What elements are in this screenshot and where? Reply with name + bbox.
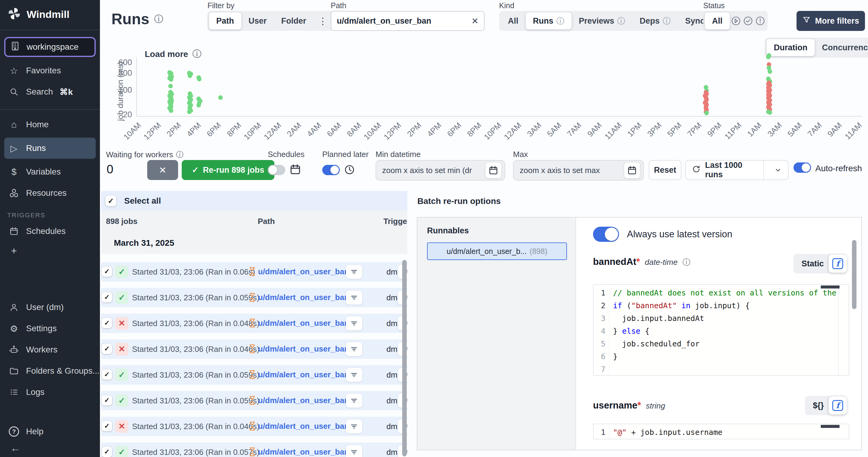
scatter-plot[interactable]	[136, 57, 862, 117]
expression-mode-button[interactable]: f	[829, 396, 847, 415]
sidebar-item-user[interactable]: User (dm)	[0, 297, 100, 318]
max-datetime-input[interactable]	[520, 166, 624, 175]
scatter-point[interactable]	[196, 103, 201, 107]
scatter-point[interactable]	[768, 69, 772, 74]
rerun-jobs-button[interactable]: ✓ Re-run 898 jobs	[182, 160, 274, 180]
run-path-link[interactable]: u/dm/alert_on_user_ban	[258, 447, 349, 457]
table-row[interactable]: ✓✓Started 31/03, 23:06 (Ran in 0.06s)u/d…	[101, 262, 407, 282]
status-failure-icon[interactable]	[754, 15, 766, 27]
run-path-link[interactable]: u/dm/alert_on_user_ban	[258, 370, 349, 379]
sidebar-item-schedules[interactable]: Schedules	[0, 221, 100, 242]
kebab-menu-icon[interactable]: ⋮	[313, 16, 332, 26]
sidebar-item-search[interactable]: Search ⌘k	[0, 81, 100, 103]
run-path-link[interactable]: u/dm/alert_on_user_ban	[258, 344, 349, 354]
status-success-icon[interactable]	[742, 15, 754, 27]
sidebar-item-favorites[interactable]: ☆ Favorites	[0, 60, 100, 81]
code-content[interactable]: // bannedAt does not exist on all versio…	[613, 287, 838, 376]
row-checkbox[interactable]: ✓	[102, 369, 112, 380]
scatter-point[interactable]	[197, 77, 202, 82]
status-running-icon[interactable]	[730, 15, 742, 27]
run-path-link[interactable]: u/dm/alert_on_user_ban	[258, 267, 349, 276]
scatter-point[interactable]	[766, 55, 771, 59]
cancel-selection-button[interactable]: ✕	[147, 160, 178, 180]
sidebar-item-runs[interactable]: ▷ Runs	[4, 138, 96, 159]
collapse-sidebar-button[interactable]: ←	[0, 442, 100, 457]
table-row[interactable]: ✓✓Started 31/03, 23:06 (Ran in 0.059s)u/…	[101, 391, 407, 410]
run-path-link[interactable]: u/dm/alert_on_user_ban	[258, 293, 349, 302]
static-mode-label[interactable]: Static	[801, 259, 824, 268]
row-checkbox[interactable]: ✓	[102, 395, 112, 405]
max-calendar-button[interactable]	[624, 162, 640, 178]
add-trigger-button[interactable]: +	[0, 242, 100, 259]
run-path-link[interactable]: u/dm/alert_on_user_ban	[258, 422, 349, 431]
filter-by-path-button[interactable]	[346, 265, 362, 279]
more-filters-button[interactable]: More filters	[797, 11, 865, 31]
filter-by-path-button[interactable]	[346, 445, 362, 457]
path-input[interactable]	[337, 17, 468, 26]
table-row[interactable]: ✓✕Started 31/03, 23:06 (Ran in 0.046s)u/…	[101, 339, 407, 359]
table-row[interactable]: ✓✕Started 31/03, 23:06 (Ran in 0.048s)u/…	[101, 314, 407, 333]
tab-kind-previews[interactable]: Previews ⓘ	[571, 12, 632, 29]
row-checkbox[interactable]: ✓	[102, 344, 112, 354]
auto-refresh-toggle[interactable]	[794, 163, 811, 173]
table-row[interactable]: ✓✓Started 31/03, 23:06 (Ran in 0.057s)u/…	[101, 442, 407, 457]
sidebar-item-help[interactable]: ? Help	[0, 421, 100, 442]
tab-kind-all[interactable]: All	[501, 12, 526, 29]
filter-by-path-button[interactable]	[346, 368, 362, 382]
filter-by-path-button[interactable]	[346, 291, 362, 305]
filter-by-path-button[interactable]	[346, 420, 362, 433]
clear-path-icon[interactable]: ✕	[468, 16, 478, 26]
tab-filter-user[interactable]: User	[241, 12, 274, 29]
scatter-point[interactable]	[187, 109, 191, 114]
latest-version-toggle[interactable]	[593, 227, 619, 242]
table-row[interactable]: ✓✓Started 31/03, 23:06 (Ran in 0.059s)u/…	[101, 288, 407, 307]
filter-by-path-button[interactable]	[346, 394, 362, 408]
table-row[interactable]: ✓✕Started 31/03, 23:06 (Ran in 0.046s)u/…	[101, 417, 407, 436]
template-mode-label[interactable]: ${}	[813, 401, 824, 410]
bannedat-code-editor[interactable]: 1234567 // bannedAt does not exist on al…	[593, 284, 849, 376]
scatter-point[interactable]	[169, 108, 174, 113]
table-scrollbar[interactable]	[402, 260, 407, 456]
sidebar-item-settings[interactable]: ⚙ Settings	[0, 318, 100, 339]
schedules-toggle[interactable]	[268, 165, 285, 175]
scatter-point[interactable]	[188, 73, 192, 78]
tab-status-all[interactable]: All	[705, 12, 730, 29]
username-code-editor[interactable]: 1 "@" + job.input.username	[593, 424, 849, 439]
tab-filter-path[interactable]: Path	[209, 12, 241, 29]
row-checkbox[interactable]: ✓	[102, 421, 112, 431]
tab-concurrency[interactable]: Concurrency	[815, 39, 868, 56]
runnable-item[interactable]: u/dm/alert_on_user_b... (898)	[427, 242, 567, 260]
sidebar-item-workers[interactable]: Workers	[0, 339, 100, 360]
row-checkbox[interactable]: ✓	[102, 447, 112, 457]
scatter-point[interactable]	[768, 110, 772, 115]
last-runs-button[interactable]: Last 1000 runs	[685, 160, 789, 180]
expression-mode-button[interactable]: f	[829, 255, 847, 273]
chevron-down-icon[interactable]	[768, 166, 788, 174]
run-path-link[interactable]: u/dm/alert_on_user_ban	[258, 396, 349, 405]
table-row[interactable]: ✓✓Started 31/03, 23:06 (Ran in 0.059s)u/…	[101, 365, 407, 384]
tab-duration[interactable]: Duration	[767, 39, 815, 56]
row-checkbox[interactable]: ✓	[102, 266, 112, 277]
tab-kind-deps[interactable]: Deps ⓘ	[632, 12, 678, 29]
code-content[interactable]: "@" + job.input.username	[613, 426, 838, 439]
run-path-link[interactable]: u/dm/alert_on_user_ban	[258, 318, 349, 328]
sidebar-item-folders-groups[interactable]: Folders & Groups...	[0, 360, 100, 381]
sidebar-item-home[interactable]: ⌂ Home	[0, 114, 100, 135]
scatter-point[interactable]	[169, 77, 174, 82]
select-all-checkbox[interactable]: ✓	[105, 196, 116, 206]
scatter-point[interactable]	[218, 95, 223, 100]
min-datetime-input[interactable]	[382, 166, 485, 175]
min-calendar-button[interactable]	[485, 162, 501, 178]
scatter-point[interactable]	[705, 111, 709, 115]
sidebar-item-variables[interactable]: $ Variables	[0, 161, 100, 182]
filter-by-path-button[interactable]	[346, 342, 362, 356]
tab-filter-folder[interactable]: Folder	[274, 12, 314, 29]
sidebar-item-logs[interactable]: Logs	[0, 381, 100, 403]
workspace-switcher[interactable]: workingspace	[4, 37, 96, 57]
row-checkbox[interactable]: ✓	[102, 318, 112, 328]
calendar-icon[interactable]	[289, 164, 301, 176]
scatter-point[interactable]	[168, 84, 173, 88]
row-checkbox[interactable]: ✓	[102, 292, 112, 303]
tab-kind-runs[interactable]: Runs ⓘ	[526, 12, 572, 29]
sidebar-item-resources[interactable]: Resources	[0, 182, 100, 204]
